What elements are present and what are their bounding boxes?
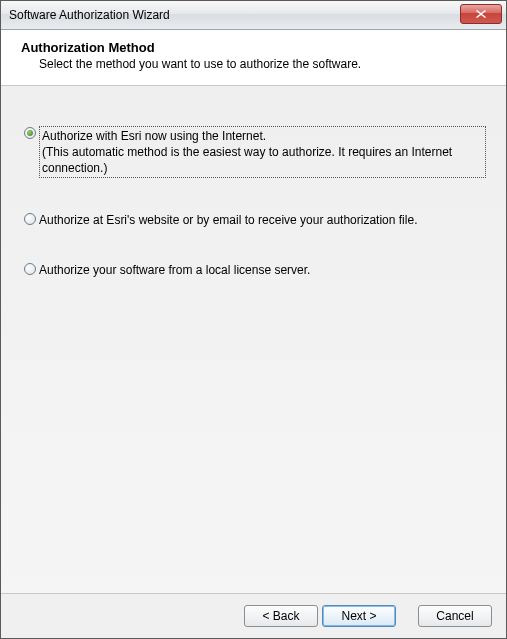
wizard-content: Authorize with Esri now using the Intern… bbox=[1, 86, 506, 593]
wizard-footer: < Back Next > Cancel bbox=[1, 593, 506, 638]
cancel-button[interactable]: Cancel bbox=[418, 605, 492, 627]
radio-authorize-website[interactable] bbox=[24, 213, 36, 225]
page-subtitle: Select the method you want to use to aut… bbox=[39, 57, 492, 71]
next-button[interactable]: Next > bbox=[322, 605, 396, 627]
window-title: Software Authorization Wizard bbox=[9, 8, 170, 22]
radio-authorize-internet[interactable] bbox=[24, 127, 36, 139]
close-button[interactable] bbox=[460, 4, 502, 24]
option-internet[interactable]: Authorize with Esri now using the Intern… bbox=[21, 126, 486, 178]
option-license-server-label: Authorize your software from a local lic… bbox=[39, 262, 486, 278]
option-website-email[interactable]: Authorize at Esri's website or by email … bbox=[21, 212, 486, 228]
option-license-server[interactable]: Authorize your software from a local lic… bbox=[21, 262, 486, 278]
radio-authorize-license-server[interactable] bbox=[24, 263, 36, 275]
wizard-window: Software Authorization Wizard Authorizat… bbox=[0, 0, 507, 639]
close-icon bbox=[476, 10, 486, 18]
back-button[interactable]: < Back bbox=[244, 605, 318, 627]
option-website-label: Authorize at Esri's website or by email … bbox=[39, 212, 486, 228]
option-internet-label: Authorize with Esri now using the Intern… bbox=[39, 126, 486, 178]
wizard-header: Authorization Method Select the method y… bbox=[1, 30, 506, 86]
title-bar: Software Authorization Wizard bbox=[1, 1, 506, 30]
page-title: Authorization Method bbox=[21, 40, 492, 55]
